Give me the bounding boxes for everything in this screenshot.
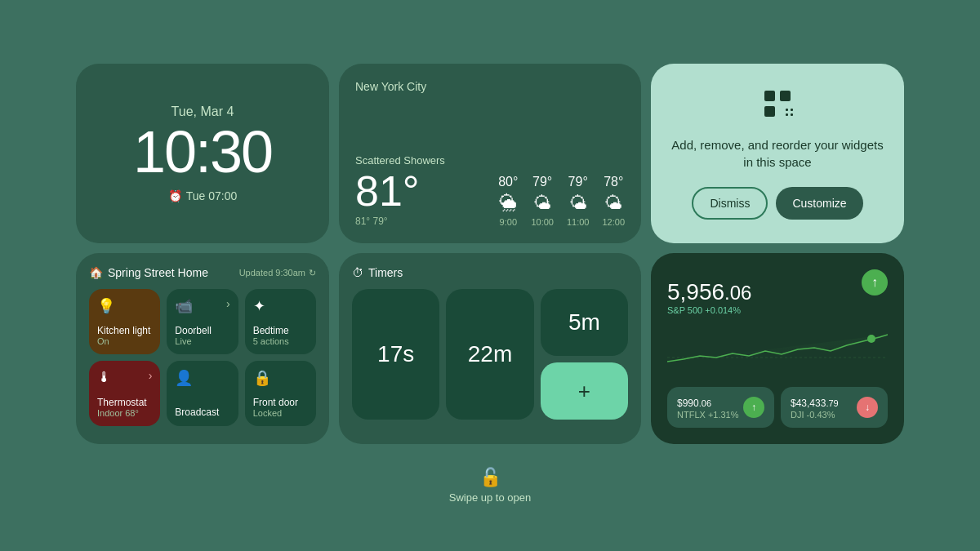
clock-alarm: ⏰ Tue 07:00 [168, 189, 238, 202]
stocks-widget: 5,956.06 S&P 500 +0.014% ↑ $990.06 [651, 253, 904, 444]
clock-time: 10:30 [133, 122, 272, 181]
forecast-item: 80° 🌦 9:00 [498, 175, 518, 227]
thermostat-status: Indoor 68° [97, 408, 152, 418]
forecast-temp-1: 79° [532, 175, 552, 189]
clock-date: Tue, Mar 4 [172, 104, 234, 119]
device-tile-bedtime[interactable]: ✦ Bedtime 5 actions [245, 289, 316, 354]
timers-header: ⏱ Timers [352, 266, 628, 279]
add-timer-button[interactable]: + [541, 362, 628, 420]
forecast-icon-3: 🌤 [604, 193, 622, 214]
svg-rect-4 [791, 109, 793, 111]
weather-forecast: 80° 🌦 9:00 79° 🌤 10:00 79° 🌤 11:00 78° 🌤 [498, 175, 625, 227]
weather-widget: New York City Scattered Showers 81° 81° … [339, 64, 641, 243]
add-timer-icon: + [578, 379, 590, 404]
svg-rect-0 [764, 91, 775, 101]
refresh-icon[interactable]: ↻ [309, 268, 316, 278]
timer-tile-1[interactable]: 17s [352, 289, 439, 420]
widgets-icon [761, 87, 794, 127]
ntflx-trend-up-icon: ↑ [743, 397, 764, 418]
customize-widget: Add, remove, and reorder your widgets in… [651, 64, 904, 243]
smarthome-updated: Updated 9:30am ↻ [239, 268, 316, 278]
forecast-icon-0: 🌦 [499, 193, 517, 214]
device-tile-frontdoor[interactable]: 🔒 Front door Locked [245, 361, 316, 426]
frontdoor-status: Locked [253, 408, 308, 418]
customize-text: Add, remove, and reorder your widgets in… [667, 136, 888, 171]
svg-point-8 [867, 335, 875, 343]
broadcast-label: Broadcast [175, 407, 229, 418]
stock-label-ntflx: NTFLX +1.31% [677, 410, 739, 420]
svg-rect-3 [786, 109, 788, 111]
device-tile-kitchen-light[interactable]: 💡 Kitchen light On [89, 289, 160, 354]
alarm-time: Tue 07:00 [186, 189, 238, 202]
frontdoor-label: Front door [253, 397, 308, 408]
forecast-item: 78° 🌤 12:00 [602, 175, 625, 227]
forecast-icon-1: 🌤 [533, 193, 551, 214]
customize-button[interactable]: Customize [776, 187, 862, 220]
stocks-items: $990.06 NTFLX +1.31% ↑ $43,433.79 DJI -0… [667, 387, 888, 428]
home-icon: 🏠 [89, 266, 103, 279]
bedtime-icon: ✦ [253, 297, 265, 315]
svg-rect-1 [780, 91, 791, 101]
kitchen-light-status: On [97, 336, 152, 346]
frontdoor-icon: 🔒 [253, 369, 271, 387]
smarthome-name: Spring Street Home [108, 266, 208, 279]
dismiss-button[interactable]: Dismiss [692, 187, 768, 220]
forecast-item: 79° 🌤 11:00 [567, 175, 590, 227]
forecast-temp-3: 78° [604, 175, 623, 189]
timer-clock-icon: ⏱ [352, 266, 363, 279]
smarthome-updated-text: Updated 9:30am [239, 268, 305, 278]
stocks-main-integer: 5,956 [667, 279, 724, 304]
stock-price-ntflx: $990.06 [677, 395, 739, 410]
kitchen-light-label: Kitchen light [97, 325, 152, 336]
doorbell-label: Doorbell [175, 325, 229, 336]
dji-price-main: $43,433 [791, 398, 826, 409]
forecast-time-3: 12:00 [602, 217, 625, 227]
device-tile-broadcast[interactable]: 👤 Broadcast [167, 361, 238, 426]
timer-tile-3[interactable]: 5m [541, 289, 628, 356]
timers-widget: ⏱ Timers 17s 22m 5m + [339, 253, 641, 444]
forecast-time-1: 10:00 [531, 217, 554, 227]
svg-rect-5 [786, 113, 788, 116]
timers-title: Timers [368, 266, 403, 279]
weather-condition: Scattered Showers [355, 154, 445, 167]
dji-price-decimal: .79 [826, 398, 838, 408]
swipe-area[interactable]: 🔓 Swipe up to open [449, 467, 531, 504]
doorbell-status: Live [175, 336, 229, 346]
timer-value-1: 17s [377, 341, 414, 367]
svg-rect-2 [764, 106, 775, 117]
weather-temp-range: 81° 79° [355, 216, 445, 227]
stocks-chart [667, 325, 888, 374]
dji-trend-down-icon: ↓ [857, 397, 878, 418]
timer-value-2: 22m [468, 341, 512, 367]
stocks-trend-up-icon: ↑ [862, 269, 888, 295]
smarthome-widget: 🏠 Spring Street Home Updated 9:30am ↻ 💡 … [76, 253, 329, 444]
stocks-main-decimal: .06 [724, 282, 751, 304]
weather-city: New York City [355, 80, 625, 93]
thermostat-chevron: › [149, 369, 153, 382]
thermostat-label: Thermostat [97, 397, 152, 408]
thermostat-icon: 🌡 [97, 369, 112, 386]
stock-item-ntflx[interactable]: $990.06 NTFLX +1.31% ↑ [667, 387, 774, 428]
alarm-icon: ⏰ [168, 189, 182, 202]
timer-tile-2[interactable]: 22m [446, 289, 533, 420]
doorbell-chevron: › [226, 297, 230, 310]
forecast-time-2: 11:00 [567, 217, 590, 227]
ntflx-price-main: $990 [677, 398, 699, 409]
forecast-icon-2: 🌤 [569, 193, 587, 214]
device-tile-doorbell[interactable]: 📹 › Doorbell Live [167, 289, 238, 354]
smarthome-devices-grid: 💡 Kitchen light On 📹 › Doorbell Live [89, 289, 316, 426]
forecast-time-0: 9:00 [500, 217, 517, 227]
stock-item-dji[interactable]: $43,433.79 DJI -0.43% ↓ [781, 387, 888, 428]
lock-icon: 🔓 [479, 467, 501, 488]
kitchen-light-icon: 💡 [97, 297, 115, 315]
bedtime-label: Bedtime [253, 325, 308, 336]
svg-rect-6 [791, 113, 793, 116]
clock-widget: Tue, Mar 4 10:30 ⏰ Tue 07:00 [76, 64, 329, 243]
swipe-text: Swipe up to open [449, 491, 531, 504]
stocks-index-label: S&P 500 +0.014% [667, 305, 751, 315]
smarthome-header: 🏠 Spring Street Home Updated 9:30am ↻ [89, 266, 316, 279]
forecast-temp-0: 80° [498, 175, 518, 189]
forecast-item: 79° 🌤 10:00 [531, 175, 554, 227]
device-tile-thermostat[interactable]: 🌡 › Thermostat Indoor 68° [89, 361, 160, 426]
timer-value-3: 5m [568, 309, 600, 335]
